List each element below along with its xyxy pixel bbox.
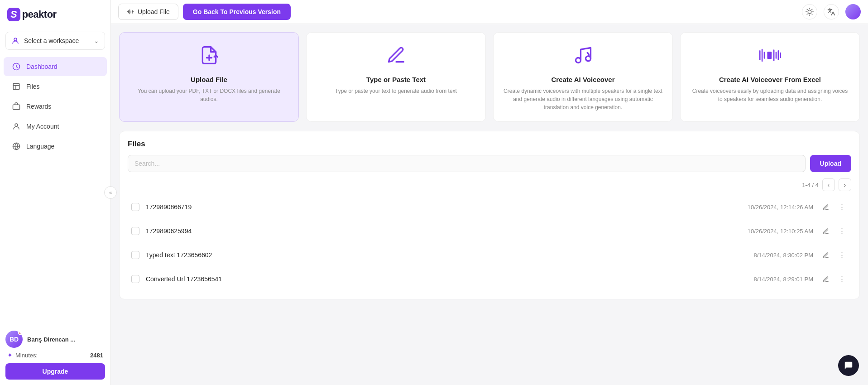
sidebar-item-language-label: Language bbox=[26, 143, 54, 150]
files-upload-button[interactable]: Upload bbox=[810, 155, 851, 172]
file-name-3: Typed text 1723656602 bbox=[146, 251, 753, 259]
file-more-button-1[interactable]: ⋮ bbox=[836, 201, 848, 213]
file-name-4: Converted Url 1723656541 bbox=[146, 275, 753, 283]
chat-bubble-button[interactable] bbox=[838, 355, 859, 376]
pagination-prev-button[interactable]: ‹ bbox=[822, 178, 835, 191]
search-input-wrap bbox=[128, 155, 806, 172]
language-toggle-button[interactable] bbox=[824, 4, 839, 19]
svg-line-9 bbox=[807, 9, 807, 10]
minutes-star-icon: ✦ bbox=[7, 351, 13, 359]
file-date-4: 8/14/2024, 8:29:01 PM bbox=[753, 276, 813, 283]
person-icon bbox=[11, 37, 19, 45]
search-input[interactable] bbox=[128, 155, 806, 172]
file-edit-button-2[interactable] bbox=[820, 225, 831, 237]
svg-point-6 bbox=[808, 10, 811, 14]
workspace-label: Select a workspace bbox=[24, 37, 94, 44]
theme-toggle-button[interactable] bbox=[802, 4, 817, 19]
table-row[interactable]: Typed text 1723656602 8/14/2024, 8:30:02… bbox=[128, 243, 851, 267]
file-actions-2: ⋮ bbox=[820, 225, 848, 237]
pagination-info: 1-4 / 4 bbox=[802, 182, 819, 188]
main-content: Upload File Go Back To Previous Version … bbox=[111, 0, 868, 385]
file-checkbox-3[interactable] bbox=[131, 251, 139, 259]
ai-voiceover-card-desc: Create dynamic voiceovers with multiple … bbox=[503, 87, 663, 111]
chat-bubble-icon bbox=[844, 361, 854, 371]
minutes-value: 2481 bbox=[90, 352, 103, 359]
file-date-3: 8/14/2024, 8:30:02 PM bbox=[753, 252, 813, 259]
sidebar-collapse-button[interactable]: « bbox=[104, 186, 117, 199]
minutes-row: ✦ Minutes: 2481 bbox=[5, 351, 105, 359]
file-actions-4: ⋮ bbox=[820, 273, 848, 285]
logo-area: S peaktor bbox=[0, 0, 110, 29]
avatar: BD bbox=[5, 331, 23, 348]
user-name: Barış Direncan ... bbox=[27, 336, 75, 343]
file-more-button-4[interactable]: ⋮ bbox=[836, 273, 848, 285]
type-paste-card-icon bbox=[386, 45, 406, 69]
sidebar-item-language[interactable]: Language bbox=[4, 137, 107, 156]
sidebar-item-rewards-label: Rewards bbox=[26, 103, 51, 110]
avatar-notification-dot bbox=[18, 331, 23, 335]
table-row[interactable]: 1729890866719 10/26/2024, 12:14:26 AM ⋮ bbox=[128, 195, 851, 219]
svg-point-4 bbox=[15, 124, 18, 126]
files-section: Files Upload 1-4 / 4 ‹ › 1729890866719 1… bbox=[119, 131, 860, 299]
file-date-1: 10/26/2024, 12:14:26 AM bbox=[748, 204, 813, 211]
table-row[interactable]: Converted Url 1723656541 8/14/2024, 8:29… bbox=[128, 267, 851, 291]
file-edit-button-3[interactable] bbox=[820, 249, 831, 261]
file-edit-button-1[interactable] bbox=[820, 201, 831, 213]
search-upload-row: Upload bbox=[128, 155, 851, 172]
minutes-label: Minutes: bbox=[15, 352, 90, 359]
file-edit-button-4[interactable] bbox=[820, 273, 831, 285]
logo: S peaktor bbox=[7, 6, 66, 23]
card-upload-file[interactable]: Upload File You can upload your PDF, TXT… bbox=[119, 32, 299, 122]
svg-line-13 bbox=[807, 14, 807, 14]
svg-point-17 bbox=[575, 58, 580, 63]
file-more-button-2[interactable]: ⋮ bbox=[836, 225, 848, 237]
card-type-paste[interactable]: Type or Paste Text Type or paste your te… bbox=[306, 32, 486, 122]
pagination-row: 1-4 / 4 ‹ › bbox=[128, 178, 851, 191]
files-list: 1729890866719 10/26/2024, 12:14:26 AM ⋮ … bbox=[128, 195, 851, 291]
svg-point-18 bbox=[585, 56, 590, 61]
card-ai-voiceover[interactable]: Create AI Voiceover Create dynamic voice… bbox=[493, 32, 673, 122]
workspace-selector[interactable]: Select a workspace ⌄ bbox=[5, 32, 105, 50]
svg-rect-3 bbox=[13, 105, 20, 110]
files-icon bbox=[12, 82, 21, 91]
sidebar-item-files[interactable]: Files bbox=[4, 77, 107, 96]
go-back-button[interactable]: Go Back To Previous Version bbox=[183, 4, 291, 20]
upload-file-button[interactable]: Upload File bbox=[118, 4, 178, 20]
sidebar-item-dashboard-label: Dashboard bbox=[26, 63, 58, 70]
sidebar-item-files-label: Files bbox=[26, 83, 40, 90]
topbar-avatar[interactable] bbox=[845, 4, 861, 19]
file-name-1: 1729890866719 bbox=[146, 203, 748, 211]
upgrade-button[interactable]: Upgrade bbox=[5, 363, 105, 380]
upload-file-card-title: Upload File bbox=[191, 76, 227, 83]
topbar-right bbox=[802, 4, 861, 19]
card-ai-voiceover-excel[interactable]: Create AI Voiceover From Excel Create vo… bbox=[680, 32, 860, 122]
file-actions-1: ⋮ bbox=[820, 201, 848, 213]
sun-icon bbox=[806, 8, 814, 16]
upload-file-label: Upload File bbox=[138, 8, 170, 15]
file-checkbox-1[interactable] bbox=[131, 203, 139, 211]
sidebar-item-rewards[interactable]: Rewards bbox=[4, 97, 107, 116]
table-row[interactable]: 1729890625994 10/26/2024, 12:10:25 AM ⋮ bbox=[128, 219, 851, 243]
files-section-title: Files bbox=[128, 140, 851, 149]
svg-rect-2 bbox=[13, 83, 19, 90]
sidebar-item-dashboard[interactable]: Dashboard bbox=[4, 57, 107, 76]
file-name-2: 1729890625994 bbox=[146, 227, 748, 235]
svg-line-10 bbox=[812, 14, 812, 14]
sidebar-item-my-account-label: My Account bbox=[26, 123, 59, 130]
chevron-down-icon: ⌄ bbox=[94, 37, 99, 44]
file-date-2: 10/26/2024, 12:10:25 AM bbox=[748, 228, 813, 235]
file-checkbox-4[interactable] bbox=[131, 275, 139, 283]
sidebar-item-my-account[interactable]: My Account bbox=[4, 117, 107, 136]
pagination-next-button[interactable]: › bbox=[839, 178, 851, 191]
type-paste-card-desc: Type or paste your text to generate audi… bbox=[335, 87, 457, 95]
my-account-icon bbox=[12, 122, 21, 131]
upload-file-card-icon bbox=[199, 45, 219, 69]
file-more-button-3[interactable]: ⋮ bbox=[836, 249, 848, 261]
user-info: BD Barış Direncan ... bbox=[5, 331, 105, 348]
logo-text: peaktor bbox=[22, 9, 57, 20]
logo-s-letter: S bbox=[7, 8, 20, 21]
ai-voiceover-excel-card-icon bbox=[758, 45, 782, 69]
dashboard-icon bbox=[12, 62, 21, 71]
file-checkbox-2[interactable] bbox=[131, 227, 139, 235]
ai-voiceover-card-icon bbox=[573, 45, 593, 69]
